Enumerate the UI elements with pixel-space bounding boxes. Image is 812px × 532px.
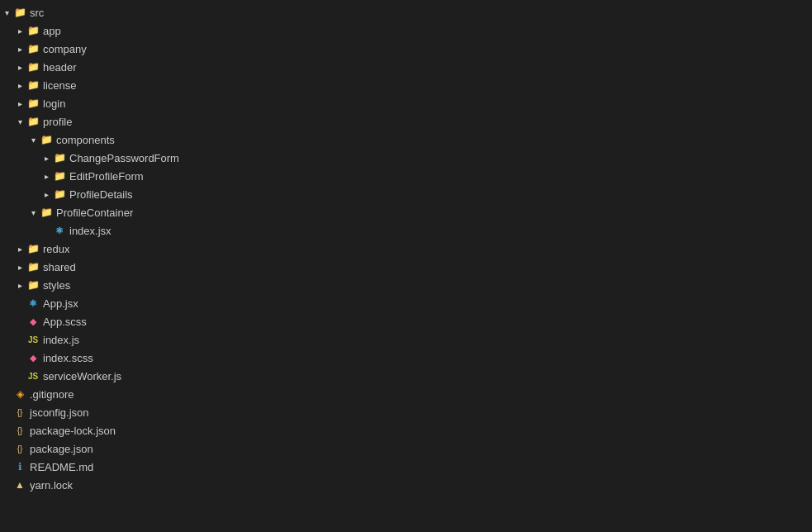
- item-label: components: [56, 134, 115, 146]
- arrow-closed[interactable]: [13, 99, 26, 108]
- item-label: ProfileDetails: [69, 188, 133, 201]
- item-label: index.scss: [43, 352, 93, 364]
- arrow-closed[interactable]: [13, 245, 26, 254]
- folder-icon: 📁: [26, 115, 40, 128]
- tree-item-header[interactable]: 📁 header: [0, 58, 812, 76]
- folder-icon: 📁: [40, 206, 53, 219]
- lock-icon: ▲: [13, 478, 26, 492]
- item-label: redux: [43, 243, 70, 255]
- arrow-open[interactable]: [26, 135, 40, 145]
- item-label: login: [43, 97, 65, 110]
- jsx-icon: ⚛: [26, 297, 40, 310]
- tree-item-App_jsx[interactable]: ⚛ App.jsx: [0, 294, 812, 312]
- tree-item-ProfileContainer[interactable]: 📁 ProfileContainer: [0, 203, 812, 221]
- tree-item-index_js[interactable]: JS index.js: [0, 330, 812, 349]
- tree-item-login[interactable]: 📁 login: [0, 94, 812, 112]
- item-label: App.jsx: [43, 297, 78, 310]
- item-label: index.jsx: [69, 225, 112, 237]
- tree-item-components[interactable]: 📁 components: [0, 131, 812, 149]
- folder-icon: 📁: [26, 24, 40, 37]
- tree-item-styles[interactable]: 📁 styles: [0, 276, 812, 294]
- tree-item-src[interactable]: 📁 src: [0, 3, 812, 21]
- folder-icon: 📁: [26, 78, 40, 92]
- item-label: license: [43, 79, 76, 92]
- tree-item-serviceWorker_js[interactable]: JS serviceWorker.js: [0, 367, 812, 385]
- tree-item-gitignore[interactable]: ◈ .gitignore: [0, 385, 812, 403]
- tree-item-license[interactable]: 📁 license: [0, 76, 812, 94]
- folder-icon: 📁: [26, 42, 40, 55]
- item-label: package.json: [30, 443, 93, 455]
- tree-item-EditProfileForm[interactable]: 📁 EditProfileForm: [0, 167, 812, 185]
- tree-item-ChangePasswordForm[interactable]: 📁 ChangePasswordForm: [0, 149, 812, 167]
- item-label: .gitignore: [30, 388, 74, 401]
- arrow-closed[interactable]: [40, 190, 53, 199]
- tree-item-shared[interactable]: 📁 shared: [0, 258, 812, 276]
- item-label: ChangePasswordForm: [69, 152, 179, 164]
- item-label: package-lock.json: [30, 425, 116, 437]
- tree-item-ProfileDetails[interactable]: 📁 ProfileDetails: [0, 185, 812, 203]
- arrow-closed[interactable]: [13, 281, 26, 290]
- js-icon: JS: [26, 333, 40, 346]
- item-label: App.scss: [43, 316, 87, 328]
- arrow-open[interactable]: [26, 208, 40, 217]
- item-label: shared: [43, 261, 76, 273]
- folder-icon: 📁: [26, 60, 40, 74]
- tree-item-index_scss[interactable]: ◆ index.scss: [0, 349, 812, 367]
- scss-icon: ◆: [26, 351, 40, 364]
- gitignore-icon: ◈: [13, 387, 26, 401]
- arrow-closed[interactable]: [40, 172, 53, 181]
- tree-item-redux[interactable]: 📁 redux: [0, 240, 812, 258]
- scss-icon: ◆: [26, 315, 40, 328]
- item-label: styles: [43, 279, 70, 292]
- folder-icon: 📁: [26, 242, 40, 255]
- arrow-closed[interactable]: [13, 26, 26, 36]
- folder-icon: 📁: [13, 6, 26, 19]
- item-label: EditProfileForm: [69, 170, 144, 183]
- json-icon: {}: [13, 406, 26, 419]
- folder-icon: 📁: [26, 278, 40, 292]
- tree-item-README_md[interactable]: ℹ README.md: [0, 458, 812, 476]
- json-icon: {}: [13, 442, 26, 455]
- item-label: index.js: [43, 334, 79, 346]
- folder-icon: 📁: [53, 169, 66, 183]
- folder-icon: 📁: [53, 151, 66, 164]
- tree-item-jsconfig_json[interactable]: {} jsconfig.json: [0, 403, 812, 421]
- tree-item-App_scss[interactable]: ◆ App.scss: [0, 312, 812, 330]
- item-label: serviceWorker.js: [43, 370, 121, 382]
- json-icon: {}: [13, 424, 26, 437]
- file-tree: 📁 src 📁 app 📁 company 📁 header 📁 license…: [0, 0, 812, 497]
- folder-icon: 📁: [26, 97, 40, 110]
- arrow-closed[interactable]: [40, 154, 53, 163]
- tree-item-package_lock_json[interactable]: {} package-lock.json: [0, 421, 812, 439]
- folder-icon: 📁: [53, 188, 66, 201]
- item-label: profile: [43, 116, 72, 128]
- tree-item-app[interactable]: 📁 app: [0, 21, 812, 40]
- folder-icon: 📁: [40, 133, 53, 146]
- item-label: company: [43, 43, 87, 55]
- arrow-closed[interactable]: [13, 263, 26, 272]
- item-label: app: [43, 25, 61, 37]
- tree-item-yarn_lock[interactable]: ▲ yarn.lock: [0, 476, 812, 494]
- arrow-open[interactable]: [13, 117, 26, 126]
- js-icon: JS: [26, 369, 40, 382]
- tree-item-index_profile_jsx[interactable]: ⚛ index.jsx: [0, 221, 812, 240]
- arrow-closed[interactable]: [13, 45, 26, 54]
- arrow-closed[interactable]: [13, 63, 26, 72]
- md-icon: ℹ: [13, 460, 26, 473]
- item-label: ProfileContainer: [56, 207, 133, 219]
- jsx-icon: ⚛: [53, 224, 66, 237]
- item-label: README.md: [30, 461, 93, 473]
- item-label: header: [43, 61, 76, 74]
- tree-item-package_json[interactable]: {} package.json: [0, 439, 812, 458]
- tree-item-profile[interactable]: 📁 profile: [0, 112, 812, 131]
- item-label: yarn.lock: [30, 479, 73, 492]
- item-label: jsconfig.json: [30, 406, 89, 419]
- arrow-closed[interactable]: [13, 81, 26, 90]
- item-label: src: [30, 7, 44, 19]
- tree-item-company[interactable]: 📁 company: [0, 40, 812, 58]
- arrow-open[interactable]: [0, 8, 13, 17]
- folder-icon: 📁: [26, 260, 40, 273]
